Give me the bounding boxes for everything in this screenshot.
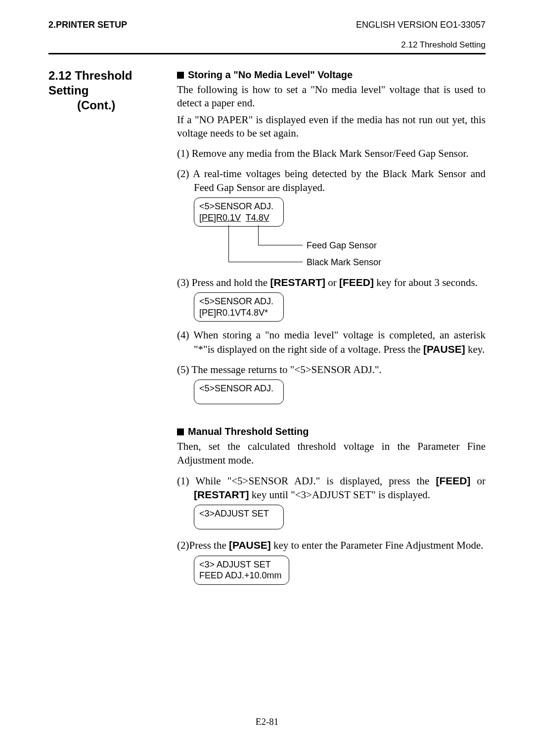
diagram-line: [228, 262, 303, 262]
step-5: (5) The message returns to "<5>SENSOR AD…: [177, 363, 486, 377]
lcd-wrap: <3>ADJUST SET: [194, 505, 486, 529]
step-1: (1) Remove any media from the Black Mark…: [177, 147, 486, 160]
black-mark-label: Black Mark Sensor: [307, 257, 381, 268]
para: Then, set the calculated threshold volta…: [177, 440, 486, 467]
header-rule: [48, 53, 486, 54]
sensor-diagram: <5>SENSOR ADJ. [PE]R0.1V T4.8V Feed Gap …: [194, 197, 486, 282]
diagram-line: [258, 225, 259, 245]
diagram-line: [258, 245, 303, 245]
heading-manual: Manual Threshold Setting: [177, 425, 486, 438]
lcd-box: <5>SENSOR ADJ. [PE]R0.1V T4.8V: [194, 197, 284, 227]
para: The following is how to set a "No media …: [177, 83, 486, 110]
header-sub: 2.12 Threshold Setting: [48, 40, 486, 50]
heading-no-media: Storing a "No Media Level" Voltage: [177, 68, 486, 81]
feed-gap-label: Feed Gap Sensor: [307, 240, 377, 251]
step-1b: (1) While "<5>SENSOR ADJ." is displayed,…: [177, 474, 486, 502]
lcd-box: <5>SENSOR ADJ. [PE]R0.1VT4.8V*: [194, 292, 284, 322]
header-left: 2.PRINTER SETUP: [48, 20, 127, 30]
para: If a "NO PAPER" is displayed even if the…: [177, 113, 486, 141]
step-2: (2) A real-time voltages being detected …: [177, 167, 486, 194]
section-number-col: 2.12 Threshold Setting (Cont.): [48, 68, 177, 585]
diagram-line: [228, 225, 229, 262]
square-bullet-icon: [177, 72, 184, 79]
lcd-box: <3>ADJUST SET: [194, 505, 284, 529]
lcd-wrap: <3> ADJUST SET FEED ADJ.+10.0mm: [194, 556, 486, 585]
lcd-wrap: <5>SENSOR ADJ.: [194, 379, 486, 404]
page-number: E2-81: [0, 716, 534, 727]
content-col: Storing a "No Media Level" Voltage The f…: [177, 68, 486, 585]
square-bullet-icon: [177, 428, 184, 435]
step-4: (4) When storing a "no media level" volt…: [177, 329, 486, 356]
header-right: ENGLISH VERSION EO1-33057: [356, 20, 486, 30]
lcd-box: <3> ADJUST SET FEED ADJ.+10.0mm: [194, 556, 289, 585]
step-2b: (2)Press the [PAUSE] key to enter the Pa…: [177, 538, 486, 552]
section-number: 2.12 Threshold Setting: [48, 68, 172, 98]
lcd-box: <5>SENSOR ADJ.: [194, 379, 284, 404]
lcd-wrap: <5>SENSOR ADJ. [PE]R0.1VT4.8V*: [194, 292, 486, 322]
section-cont: (Cont.): [48, 98, 172, 113]
